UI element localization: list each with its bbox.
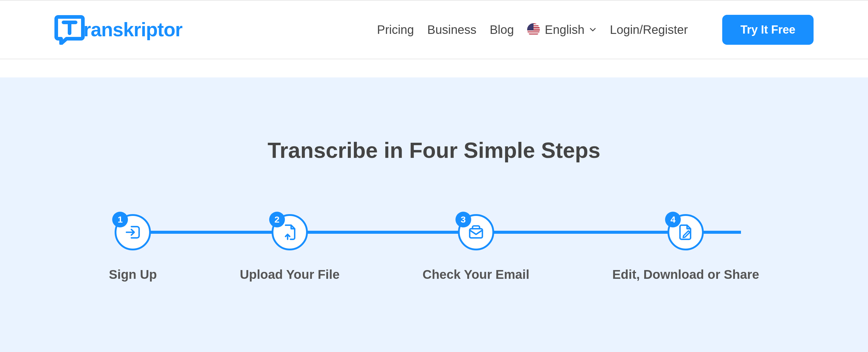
top-nav: Pricing Business Blog English Login/Regi… [377, 15, 813, 45]
language-selector[interactable]: English [527, 23, 596, 37]
step-label: Upload Your File [240, 267, 340, 282]
step-circle: 2 [272, 214, 308, 250]
nav-business[interactable]: Business [427, 23, 476, 37]
brand-name: ranskriptor [84, 19, 182, 41]
upload-file-icon [281, 224, 298, 241]
step-circle: 1 [115, 214, 151, 250]
section-heading: Transcribe in Four Simple Steps [0, 138, 868, 163]
step-2: 2 Upload Your File [240, 214, 340, 282]
step-label: Check Your Email [423, 267, 529, 282]
step-number-badge: 4 [665, 212, 681, 227]
step-3: 3 Check Your Email [423, 214, 529, 282]
step-number-badge: 3 [456, 212, 471, 227]
nav-pricing[interactable]: Pricing [377, 23, 414, 37]
logo-mark-icon [55, 14, 85, 45]
try-free-button[interactable]: Try It Free [722, 15, 813, 45]
step-label: Sign Up [109, 267, 157, 282]
steps-connector-line [127, 231, 741, 234]
step-number-badge: 2 [269, 212, 285, 227]
login-icon [124, 224, 141, 241]
step-number-badge: 1 [112, 212, 128, 227]
svg-rect-0 [470, 229, 483, 238]
step-1: 1 Sign Up [109, 214, 157, 282]
flag-us-icon [527, 23, 540, 36]
brand-logo[interactable]: ranskriptor [55, 14, 182, 45]
steps-section: Transcribe in Four Simple Steps 1 Sign U… [0, 77, 868, 352]
steps-row: 1 Sign Up 2 Upload Your File [0, 214, 868, 282]
chevron-down-icon [589, 26, 596, 33]
step-label: Edit, Download or Share [613, 267, 759, 282]
nav-blog[interactable]: Blog [490, 23, 514, 37]
step-4: 4 Edit, Download or Share [613, 214, 759, 282]
site-header: ranskriptor Pricing Business Blog Englis… [0, 0, 868, 59]
step-circle: 4 [668, 214, 704, 250]
nav-login-register[interactable]: Login/Register [610, 23, 688, 37]
mail-icon [468, 224, 485, 241]
language-label: English [545, 23, 584, 37]
step-circle: 3 [458, 214, 494, 250]
edit-file-icon [677, 224, 694, 241]
